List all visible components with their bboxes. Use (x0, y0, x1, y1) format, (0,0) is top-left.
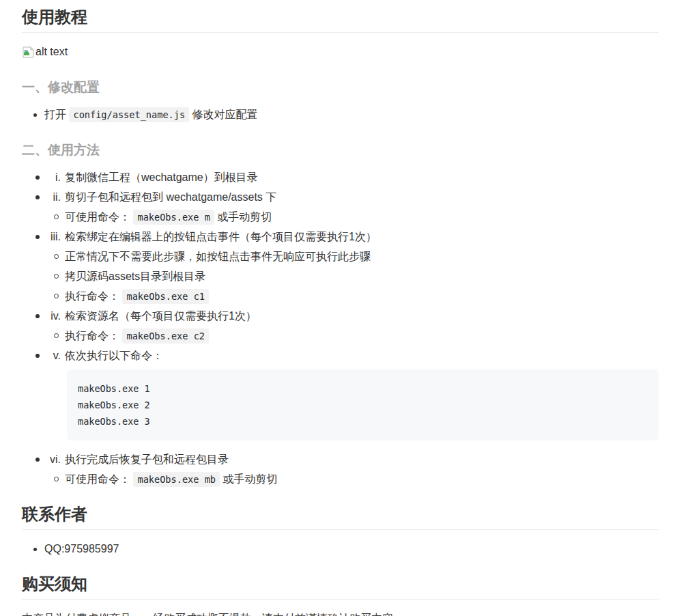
circle-bullet-icon (54, 214, 59, 219)
usage-section-heading: 二、使用方法 (22, 142, 659, 158)
step-text: 剪切子包和远程包到 wechatgame/assets 下 (65, 189, 659, 206)
sub-text-pre: 执行命令： (65, 290, 122, 302)
sub-list-item: 执行命令： makeObs.exe c2 (22, 328, 659, 344)
sub-list-item: 执行命令： makeObs.exe c1 (22, 288, 659, 305)
list-item: ii. 剪切子包和远程包到 wechatgame/assets 下 可使用命令：… (22, 189, 659, 225)
sub-list-item: 可使用命令： makeObs.exe mb 或手动剪切 (22, 471, 659, 488)
step-text: 执行完成后恢复子包和远程包目录 (65, 451, 659, 468)
circle-bullet-icon (54, 254, 59, 259)
code-block-content: makeObs.exe 1 makeObs.exe 2 makeObs.exe … (78, 383, 150, 427)
roman-numeral: v. (40, 348, 61, 364)
page-title: 使用教程 (22, 7, 659, 33)
step-text: 依次执行以下命令： (65, 348, 659, 364)
code-block: makeObs.exe 1 makeObs.exe 2 makeObs.exe … (67, 369, 659, 440)
circle-bullet-icon (54, 477, 59, 481)
step-text: 检索绑定在编辑器上的按钮点击事件（每个项目仅需要执行1次） (65, 229, 659, 245)
circle-bullet-icon (54, 333, 59, 338)
broken-image-alt-text: alt text (35, 44, 68, 60)
circle-bullet-icon (54, 294, 59, 298)
list-item: i. 复制微信工程（wechatgame）到根目录 (22, 169, 659, 186)
sub-list-item: 正常情况下不需要此步骤，如按钮点击事件无响应可执行此步骤 (22, 249, 659, 265)
inline-code: makeObs.exe c1 (122, 289, 209, 304)
inline-code: makeObs.exe c2 (122, 328, 209, 344)
roman-numeral: vi. (40, 451, 61, 468)
roman-numeral: i. (40, 169, 61, 186)
roman-numeral: ii. (40, 189, 61, 206)
list-item: QQ:975985997 (44, 541, 659, 557)
circle-bullet-icon (54, 274, 59, 279)
config-list: 打开 config/asset_name.js 修改对应配置 (22, 107, 659, 123)
purchase-notice-text: 本产品为付费虚拟商品，一经购买成功概不退款，请支付前谨慎确认购买内容。 (22, 611, 659, 616)
contact-list: QQ:975985997 (22, 541, 659, 557)
config-section-heading: 一、修改配置 (22, 79, 659, 96)
inline-code: config/asset_name.js (69, 107, 189, 122)
sub-text-post: 或手动剪切 (220, 473, 277, 485)
step-text: 复制微信工程（wechatgame）到根目录 (65, 169, 659, 186)
list-item: iii. 检索绑定在编辑器上的按钮点击事件（每个项目仅需要执行1次） 正常情况下… (22, 229, 659, 305)
sub-text-post: 或手动剪切 (214, 211, 272, 223)
broken-image-icon (22, 46, 35, 58)
list-item: vi. 执行完成后恢复子包和远程包目录 可使用命令： makeObs.exe m… (22, 451, 659, 488)
roman-numeral: iii. (40, 229, 61, 245)
sub-text-pre: 可使用命令： (65, 211, 133, 223)
sub-list-item: 可使用命令： makeObs.exe m 或手动剪切 (22, 209, 659, 225)
sub-text-pre: 可使用命令： (65, 473, 133, 485)
config-item-pre: 打开 (44, 109, 69, 120)
broken-image-paragraph: alt text (22, 44, 659, 60)
list-item: v. 依次执行以下命令： makeObs.exe 1 makeObs.exe 2… (22, 348, 659, 440)
inline-code: makeObs.exe m (133, 210, 214, 225)
purchase-section-heading: 购买须知 (22, 574, 659, 600)
sub-text: 拷贝源码assets目录到根目录 (65, 268, 659, 285)
list-item: 打开 config/asset_name.js 修改对应配置 (44, 107, 659, 123)
roman-numeral: iv. (40, 308, 61, 324)
sub-text-pre: 执行命令： (65, 330, 122, 341)
usage-steps-list: i. 复制微信工程（wechatgame）到根目录 ii. 剪切子包和远程包到 … (22, 169, 659, 488)
sub-text: 正常情况下不需要此步骤，如按钮点击事件无响应可执行此步骤 (65, 249, 659, 265)
list-item: iv. 检索资源名（每个项目仅需要执行1次） 执行命令： makeObs.exe… (22, 308, 659, 344)
markdown-document: 使用教程 alt text 一、修改配置 打开 config/asset_nam… (0, 0, 659, 616)
config-item-post: 修改对应配置 (189, 109, 257, 120)
contact-qq: QQ:975985997 (44, 543, 119, 555)
contact-section-heading: 联系作者 (22, 504, 659, 530)
inline-code: makeObs.exe mb (133, 472, 220, 487)
sub-list-item: 拷贝源码assets目录到根目录 (22, 268, 659, 285)
step-text: 检索资源名（每个项目仅需要执行1次） (65, 308, 659, 324)
